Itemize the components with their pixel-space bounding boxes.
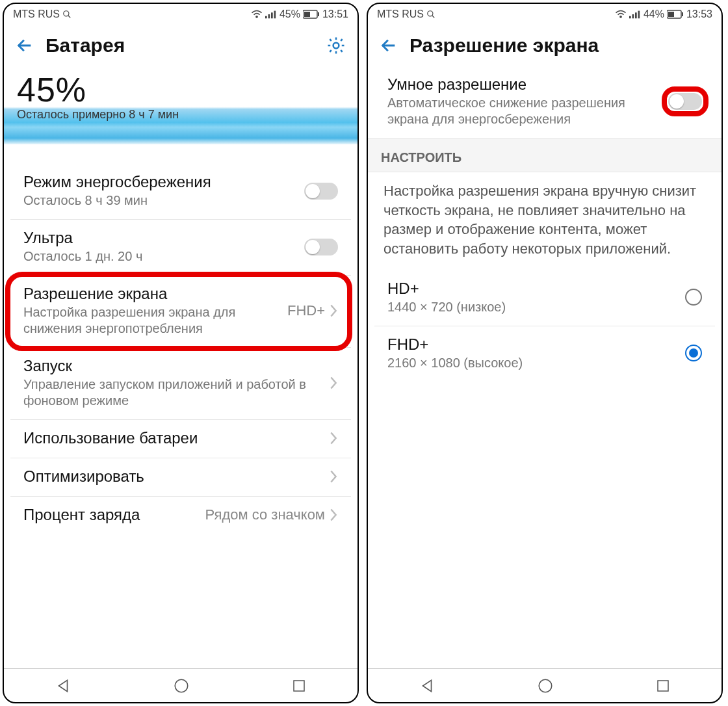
toggle-ultra[interactable] <box>304 239 338 255</box>
row-sub: 2160 × 1080 (высокое) <box>387 355 685 371</box>
svg-rect-9 <box>318 12 319 16</box>
gear-icon[interactable] <box>326 36 346 55</box>
app-bar: Батарея <box>4 25 358 66</box>
svg-point-0 <box>64 11 69 16</box>
row-value: Рядом со значком <box>205 506 325 523</box>
nav-home-icon[interactable] <box>173 677 190 694</box>
content-area: 45% Осталось примерно 8 ч 7 мин Режим эн… <box>4 66 358 668</box>
chevron-right-icon <box>329 431 338 445</box>
svg-rect-19 <box>632 14 634 18</box>
battery-pct-label: 44% <box>644 8 664 20</box>
svg-rect-5 <box>271 12 273 18</box>
nav-recent-icon[interactable] <box>291 678 307 694</box>
nav-back-icon[interactable] <box>419 677 436 694</box>
svg-rect-18 <box>629 16 631 19</box>
chevron-right-icon <box>329 469 338 484</box>
svg-rect-8 <box>304 12 310 17</box>
row-sub: Автоматическое снижение разрешения экран… <box>387 95 668 127</box>
signal-icon <box>629 10 641 19</box>
svg-point-11 <box>333 43 339 49</box>
nav-bar <box>4 668 358 702</box>
toggle-smart-resolution[interactable] <box>668 93 702 110</box>
row-sub: Настройка разрешения экрана для снижения… <box>23 304 287 337</box>
row-title: Запуск <box>23 357 329 375</box>
row-title: Разрешение экрана <box>23 285 287 303</box>
svg-line-16 <box>432 16 435 18</box>
signal-icon <box>265 10 277 19</box>
row-title: Ультра <box>23 229 304 247</box>
row-power-save[interactable]: Режим энергосбережения Осталось 8 ч 39 м… <box>10 164 351 220</box>
svg-rect-24 <box>682 12 683 16</box>
svg-point-17 <box>620 16 621 18</box>
svg-line-1 <box>68 16 71 18</box>
row-title: Оптимизировать <box>23 467 329 486</box>
radio-fhd[interactable] <box>685 345 702 361</box>
row-title: Использование батареи <box>23 429 329 447</box>
row-sub: Управление запуском приложений и работой… <box>23 376 329 409</box>
carrier-label: MTS RUS <box>13 8 60 20</box>
svg-rect-23 <box>668 12 674 17</box>
battery-icon <box>667 10 684 19</box>
battery-pct-label: 45% <box>280 8 300 20</box>
svg-rect-14 <box>294 681 304 691</box>
row-usage[interactable]: Использование батареи <box>10 420 351 458</box>
page-title: Разрешение экрана <box>410 34 710 57</box>
radio-hd[interactable] <box>685 289 702 306</box>
page-title: Батарея <box>46 34 315 57</box>
row-value: FHD+ <box>287 302 325 319</box>
nav-back-icon[interactable] <box>55 677 72 694</box>
row-title: HD+ <box>387 280 685 298</box>
svg-rect-3 <box>265 16 267 19</box>
battery-hero: 45% Осталось примерно 8 ч 7 мин <box>4 66 358 144</box>
svg-rect-20 <box>635 12 637 18</box>
row-title: Умное разрешение <box>387 75 668 94</box>
section-header-configure: НАСТРОИТЬ <box>368 138 722 172</box>
row-smart-resolution[interactable]: Умное разрешение Автоматическое снижение… <box>374 66 715 138</box>
row-sub: Осталось 1 дн. 20 ч <box>23 248 304 265</box>
row-ultra[interactable]: Ультра Осталось 1 дн. 20 ч <box>10 220 351 276</box>
carrier-label: MTS RUS <box>377 8 424 20</box>
chevron-right-icon <box>329 508 338 522</box>
nav-recent-icon[interactable] <box>655 678 671 694</box>
svg-marker-12 <box>59 680 68 691</box>
svg-rect-21 <box>638 11 640 19</box>
search-icon <box>426 10 436 19</box>
content-area: Умное разрешение Автоматическое снижение… <box>368 66 722 668</box>
back-icon[interactable] <box>380 36 398 55</box>
row-title: FHD+ <box>387 335 685 354</box>
nav-home-icon[interactable] <box>537 677 554 694</box>
back-icon[interactable] <box>16 36 34 55</box>
wifi-icon <box>615 10 627 19</box>
svg-point-2 <box>256 16 257 18</box>
svg-rect-28 <box>658 681 668 691</box>
chevron-right-icon <box>329 376 338 390</box>
row-sub: Осталось 8 ч 39 мин <box>23 192 304 209</box>
row-resolution[interactable]: Разрешение экрана Настройка разрешения э… <box>10 276 351 348</box>
help-text: Настройка разрешения экрана вручную сниз… <box>368 172 722 270</box>
time-label: 13:53 <box>686 8 712 20</box>
svg-rect-4 <box>268 14 270 18</box>
highlight-toggle <box>668 93 702 110</box>
svg-rect-6 <box>274 11 276 19</box>
row-hd[interactable]: HD+ 1440 × 720 (низкое) <box>374 270 715 326</box>
row-optimize[interactable]: Оптимизировать <box>10 458 351 497</box>
svg-point-27 <box>539 679 552 692</box>
row-title: Режим энергосбережения <box>23 173 304 191</box>
row-title: Процент заряда <box>23 506 205 524</box>
svg-point-13 <box>175 679 188 692</box>
row-percent[interactable]: Процент заряда Рядом со значком <box>10 497 351 534</box>
svg-point-15 <box>428 11 433 16</box>
toggle-power-save[interactable] <box>304 183 338 200</box>
app-bar: Разрешение экрана <box>368 25 722 66</box>
wifi-icon <box>251 10 263 19</box>
search-icon <box>62 10 72 19</box>
status-bar: MTS RUS 45% 13:51 <box>4 4 358 25</box>
status-bar: MTS RUS 44% 13:53 <box>368 4 722 25</box>
time-label: 13:51 <box>322 8 348 20</box>
battery-icon <box>303 10 320 19</box>
row-sub: 1440 × 720 (низкое) <box>387 299 685 315</box>
row-fhd[interactable]: FHD+ 2160 × 1080 (высокое) <box>374 326 715 382</box>
battery-remaining: Осталось примерно 8 ч 7 мин <box>17 108 344 122</box>
row-launch[interactable]: Запуск Управление запуском приложений и … <box>10 348 351 420</box>
nav-bar <box>368 668 722 702</box>
